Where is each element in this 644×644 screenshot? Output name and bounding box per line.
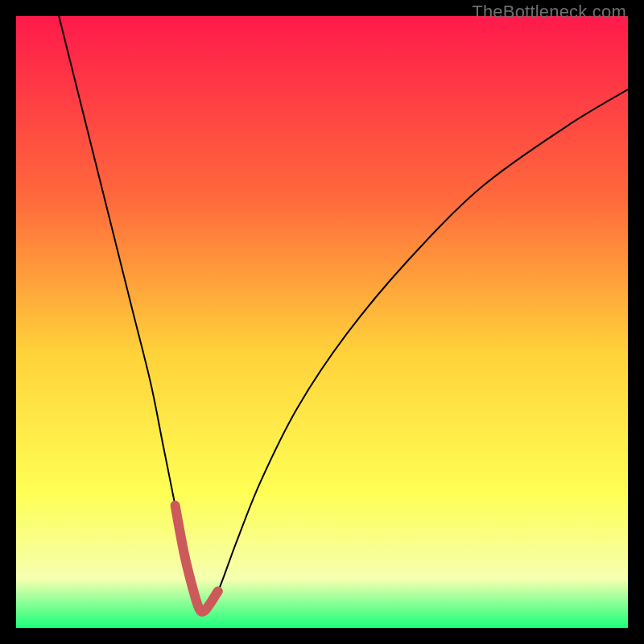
chart-background: [16, 16, 628, 628]
chart-svg: [16, 16, 628, 628]
watermark-text: TheBottleneck.com: [472, 2, 626, 23]
chart-frame: [16, 16, 628, 628]
